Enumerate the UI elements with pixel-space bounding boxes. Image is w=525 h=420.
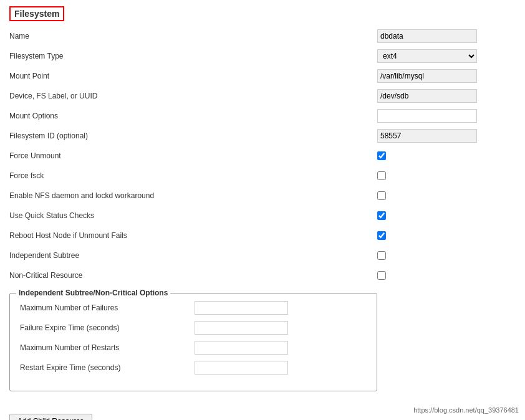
max-restarts-input[interactable] bbox=[195, 341, 288, 355]
force-fsck-label: Force fsck bbox=[9, 171, 377, 180]
enable-nfs-label: Enable NFS daemon and lockd workaround bbox=[9, 191, 377, 200]
mount-options-label: Mount Options bbox=[9, 112, 377, 120]
independent-subtree-checkbox[interactable] bbox=[377, 251, 386, 260]
device-fs-input[interactable] bbox=[377, 89, 477, 103]
max-failures-label: Maximum Number of Failures bbox=[20, 303, 195, 312]
mount-point-input[interactable] bbox=[377, 69, 477, 83]
use-quick-label: Use Quick Status Checks bbox=[9, 211, 377, 220]
page-title: Filesystem bbox=[9, 6, 64, 21]
mount-point-row: Mount Point bbox=[9, 69, 516, 84]
max-restarts-label: Maximum Number of Restarts bbox=[20, 343, 195, 352]
enable-nfs-checkbox[interactable] bbox=[377, 191, 386, 200]
independent-subtree-label: Independent Subtree bbox=[9, 251, 377, 260]
name-input[interactable] bbox=[377, 29, 477, 43]
filesystem-id-input[interactable] bbox=[377, 129, 477, 143]
device-fs-row: Device, FS Label, or UUID bbox=[9, 88, 516, 103]
force-unmount-row: Force Unmount bbox=[9, 148, 516, 163]
force-fsck-checkbox[interactable] bbox=[377, 171, 386, 180]
enable-nfs-row: Enable NFS daemon and lockd workaround bbox=[9, 188, 516, 203]
force-unmount-checkbox[interactable] bbox=[377, 151, 386, 160]
name-label: Name bbox=[9, 32, 377, 41]
max-failures-row: Maximum Number of Failures bbox=[20, 301, 367, 315]
restart-expire-input[interactable] bbox=[195, 361, 288, 375]
use-quick-row: Use Quick Status Checks bbox=[9, 208, 516, 223]
device-fs-label: Device, FS Label, or UUID bbox=[9, 92, 377, 100]
mount-options-input[interactable] bbox=[377, 109, 477, 123]
max-failures-input[interactable] bbox=[195, 301, 288, 315]
use-quick-checkbox[interactable] bbox=[377, 211, 386, 220]
failure-expire-label: Failure Expire Time (seconds) bbox=[20, 323, 195, 332]
failure-expire-input[interactable] bbox=[195, 321, 288, 335]
failure-expire-row: Failure Expire Time (seconds) bbox=[20, 321, 367, 335]
footer-link: https://blog.csdn.net/qq_39376481 bbox=[413, 406, 519, 414]
reboot-host-label: Reboot Host Node if Unmount Fails bbox=[9, 231, 377, 240]
max-restarts-row: Maximum Number of Restarts bbox=[20, 341, 367, 355]
name-row: Name bbox=[9, 29, 516, 44]
restart-expire-row: Restart Expire Time (seconds) bbox=[20, 361, 367, 375]
independent-subtree-row: Independent Subtree bbox=[9, 248, 516, 263]
filesystem-id-label: Filesystem ID (optional) bbox=[9, 131, 377, 140]
independent-subtree-section: Independent Subtree/Non-Critical Options… bbox=[9, 293, 377, 391]
filesystem-type-label: Filesystem Type bbox=[9, 52, 377, 60]
force-unmount-label: Force Unmount bbox=[9, 151, 377, 160]
non-critical-checkbox[interactable] bbox=[377, 271, 386, 280]
filesystem-type-row: Filesystem Type ext4 ext3 ext2 xfs nfs bbox=[9, 49, 516, 64]
reboot-host-row: Reboot Host Node if Unmount Fails bbox=[9, 228, 516, 243]
filesystem-type-select[interactable]: ext4 ext3 ext2 xfs nfs bbox=[377, 49, 477, 63]
restart-expire-label: Restart Expire Time (seconds) bbox=[20, 363, 195, 372]
mount-point-label: Mount Point bbox=[9, 72, 377, 80]
non-critical-row: Non-Critical Resource bbox=[9, 268, 516, 283]
section-title: Independent Subtree/Non-Critical Options bbox=[16, 289, 170, 297]
filesystem-id-row: Filesystem ID (optional) bbox=[9, 128, 516, 143]
non-critical-label: Non-Critical Resource bbox=[9, 271, 377, 280]
force-fsck-row: Force fsck bbox=[9, 168, 516, 183]
reboot-host-checkbox[interactable] bbox=[377, 231, 386, 240]
mount-options-row: Mount Options bbox=[9, 108, 516, 123]
add-child-button[interactable]: Add Child Resource bbox=[9, 414, 92, 420]
